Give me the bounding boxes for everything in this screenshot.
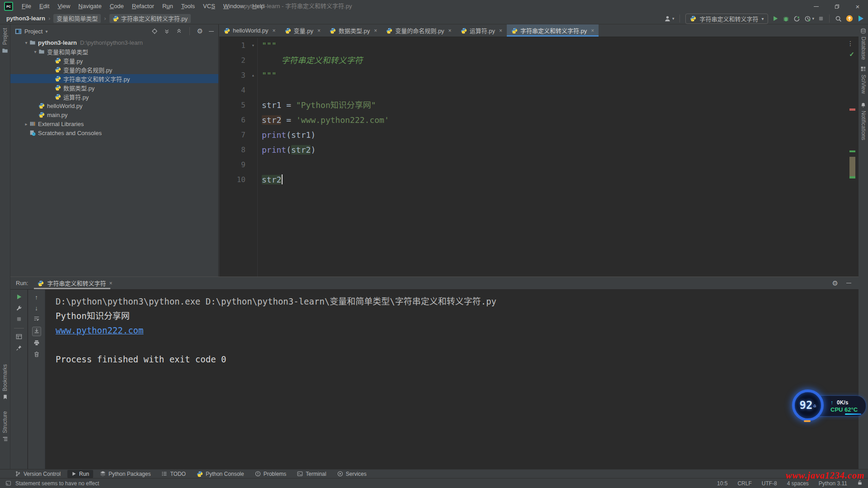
editor-tab[interactable]: 字符串定义和转义字符.py×: [507, 24, 599, 37]
tool-stripe-bookmarks[interactable]: Bookmarks: [0, 364, 10, 400]
close-tab-icon[interactable]: ×: [317, 28, 321, 34]
editor-options-icon[interactable]: ⋮: [847, 40, 854, 47]
fold-marker-icon[interactable]: ▴: [251, 68, 255, 83]
debug-button[interactable]: [783, 15, 789, 22]
scrollbar-thumb[interactable]: [849, 157, 855, 176]
menu-refactor[interactable]: Refactor: [128, 3, 158, 9]
scroll-to-end-button[interactable]: [32, 327, 41, 336]
editor-tab[interactable]: 变量.py×: [280, 24, 325, 37]
line-number[interactable]: 1▾: [219, 38, 257, 53]
layout-toggle-icon[interactable]: [5, 480, 11, 486]
whats-new-button[interactable]: [857, 15, 864, 22]
collapse-all-button[interactable]: [176, 28, 182, 34]
tree-item[interactable]: 字符串定义和转义字符.py: [10, 74, 218, 83]
close-tab-icon[interactable]: ×: [374, 28, 377, 34]
hide-panel-icon[interactable]: [846, 283, 851, 283]
close-icon[interactable]: ×: [109, 280, 112, 286]
maximize-button[interactable]: [826, 0, 847, 13]
menu-vcs[interactable]: VCS: [199, 3, 219, 9]
profiler-button[interactable]: [793, 15, 800, 22]
tree-item[interactable]: 数据类型.py: [10, 83, 218, 92]
project-panel-title[interactable]: Project: [24, 28, 42, 35]
menu-view[interactable]: View: [53, 3, 74, 9]
tool-stripe-project[interactable]: Project: [0, 28, 10, 54]
print-button[interactable]: [33, 340, 40, 347]
console-link[interactable]: www.python222.com: [56, 323, 859, 338]
close-button[interactable]: ×: [847, 0, 868, 13]
editor-tab[interactable]: 数据类型.py×: [325, 24, 382, 37]
toolwindow-button-python-console[interactable]: Python Console: [193, 470, 248, 478]
toolwindow-button-run[interactable]: Run: [67, 470, 93, 478]
tool-stripe-database[interactable]: Database: [859, 28, 868, 60]
line-number[interactable]: 3▴: [219, 68, 257, 83]
toolwindow-button-services[interactable]: Services: [333, 470, 371, 478]
run-configuration-selector[interactable]: 字符串定义和转义字符▾: [685, 14, 768, 24]
tree-item[interactable]: ▾变量和简单类型: [10, 47, 218, 56]
soft-wrap-button[interactable]: [33, 315, 40, 323]
update-available-button[interactable]: [846, 15, 853, 22]
breadcrumb-item[interactable]: 变量和简单类型: [53, 14, 101, 23]
close-tab-icon[interactable]: ×: [591, 28, 594, 34]
toolwindow-button-todo[interactable]: TODO: [157, 470, 189, 478]
encoding-widget[interactable]: UTF-8: [762, 480, 777, 487]
python-interpreter-widget[interactable]: Python 3.11: [819, 480, 847, 487]
minimize-button[interactable]: [806, 0, 826, 13]
user-profile-button[interactable]: ▾: [664, 15, 675, 22]
editor-tab[interactable]: 变量的命名规则.py×: [382, 24, 456, 37]
menu-code[interactable]: Code: [106, 3, 128, 9]
toolwindow-button-terminal[interactable]: Terminal: [293, 470, 330, 478]
menu-edit[interactable]: Edit: [35, 3, 53, 9]
breadcrumb-item[interactable]: python3-learn: [6, 14, 45, 23]
line-number[interactable]: 9: [219, 157, 257, 172]
inspections-ok-icon[interactable]: ✓: [849, 51, 854, 58]
fold-marker-icon[interactable]: ▾: [251, 38, 255, 53]
tree-chevron-icon[interactable]: ▸: [23, 122, 29, 127]
stop-button[interactable]: [818, 16, 824, 21]
code-editor[interactable]: 1▾"""2 字符串定义和转义字符3▴"""45str1 = "Python知识…: [219, 38, 843, 277]
error-stripe-green-mark2[interactable]: [849, 176, 855, 178]
console-output[interactable]: D:\python\python3\python.exe D:\python\p…: [46, 290, 859, 469]
tree-item[interactable]: ▾python3-learnD:\python\python3-learn: [10, 38, 218, 47]
stop-process-button[interactable]: [16, 316, 22, 323]
tree-item[interactable]: Scratches and Consoles: [10, 128, 218, 137]
line-number[interactable]: 5: [219, 98, 257, 113]
editor-tab[interactable]: 运算符.py×: [456, 24, 507, 37]
tree-item[interactable]: main.py: [10, 110, 218, 119]
indent-widget[interactable]: 4 spaces: [787, 480, 809, 487]
hide-panel-icon[interactable]: [209, 31, 214, 32]
close-tab-icon[interactable]: ×: [273, 28, 276, 34]
tree-chevron-icon[interactable]: ▾: [23, 40, 29, 45]
error-stripe-red-mark[interactable]: [849, 108, 855, 111]
tree-item[interactable]: helloWorld.py: [10, 101, 218, 110]
line-separator-widget[interactable]: CRLF: [737, 480, 751, 487]
line-number[interactable]: 6: [219, 113, 257, 127]
tool-stripe-structure[interactable]: Structure: [0, 411, 10, 442]
settings-gear-icon[interactable]: ⚙: [832, 279, 838, 287]
line-number[interactable]: 7: [219, 127, 257, 142]
line-number[interactable]: 2: [219, 53, 257, 68]
clear-all-button[interactable]: [33, 351, 40, 359]
error-stripe-green-mark[interactable]: [849, 150, 855, 152]
chevron-down-icon[interactable]: ▾: [45, 29, 47, 34]
down-the-stack-trace-button[interactable]: ↓: [35, 305, 38, 312]
coverage-button[interactable]: ▾: [804, 15, 814, 22]
menu-file[interactable]: File: [18, 3, 35, 9]
locate-file-button[interactable]: [151, 28, 158, 34]
menu-run[interactable]: Run: [158, 3, 177, 9]
caret-position-widget[interactable]: 10:5: [717, 480, 727, 487]
edit-configurations-button[interactable]: [16, 305, 22, 313]
tool-stripe-sciview[interactable]: SciView: [859, 66, 868, 94]
settings-gear-icon[interactable]: ⚙: [197, 27, 203, 35]
line-number[interactable]: 8: [219, 142, 257, 157]
toolwindow-button-python-packages[interactable]: Python Packages: [96, 470, 155, 478]
tree-chevron-icon[interactable]: ▾: [32, 49, 38, 54]
toolwindow-button-problems[interactable]: Problems: [251, 470, 291, 478]
breadcrumb-item[interactable]: 字符串定义和转义字符.py: [109, 14, 191, 23]
up-the-stack-trace-button[interactable]: ↑: [35, 294, 38, 301]
expand-all-button[interactable]: [164, 28, 170, 34]
toolwindow-button-version-control[interactable]: Version Control: [11, 470, 65, 478]
close-tab-icon[interactable]: ×: [499, 28, 502, 34]
restore-layout-button[interactable]: [16, 333, 22, 341]
run-button[interactable]: [772, 15, 778, 22]
run-tab[interactable]: 字符串定义和转义字符 ×: [33, 277, 116, 289]
